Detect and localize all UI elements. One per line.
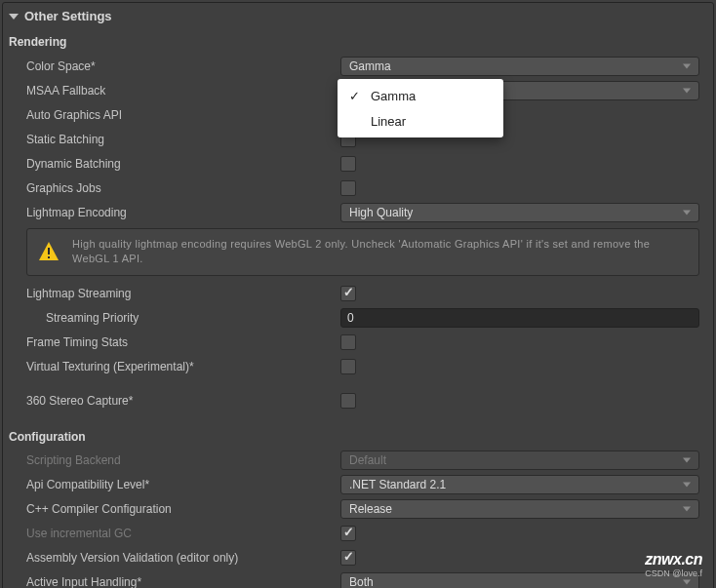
popup-item-label: Linear <box>371 114 406 129</box>
dynamic-batching-checkbox[interactable] <box>340 156 356 172</box>
cpp-compiler-dropdown[interactable]: Release <box>340 499 699 519</box>
virtual-texturing-checkbox[interactable] <box>340 359 356 374</box>
api-compat-dropdown[interactable]: .NET Standard 2.1 <box>340 475 699 494</box>
warning-icon <box>37 240 60 263</box>
color-space-value: Gamma <box>349 59 391 73</box>
static-batching-label: Static Batching <box>26 133 340 146</box>
stereo-capture-label: 360 Stereo Capture* <box>26 394 340 408</box>
popup-item-gamma[interactable]: ✓ Gamma <box>338 83 503 108</box>
auto-graphics-api-label: Auto Graphics API <box>26 108 340 122</box>
cpp-compiler-value: Release <box>349 502 392 516</box>
api-compat-value: .NET Standard 2.1 <box>349 478 446 491</box>
color-space-label: Color Space* <box>26 59 340 73</box>
assembly-validation-checkbox[interactable] <box>340 550 356 566</box>
streaming-priority-input[interactable] <box>340 308 699 328</box>
scripting-backend-value: Default <box>349 453 386 467</box>
color-space-dropdown[interactable]: Gamma <box>340 57 699 76</box>
configuration-heading: Configuration <box>3 425 713 449</box>
msaa-fallback-label: MSAA Fallback <box>26 84 340 98</box>
foldout-arrow-icon <box>9 14 19 20</box>
frame-timing-stats-label: Frame Timing Stats <box>26 335 340 349</box>
scripting-backend-dropdown: Default <box>340 451 699 470</box>
scripting-backend-label: Scripting Backend <box>26 453 340 467</box>
active-input-label: Active Input Handling* <box>26 575 340 588</box>
lightmap-warning: High quality lightmap encoding requires … <box>26 228 699 276</box>
rendering-heading: Rendering <box>3 30 713 54</box>
incremental-gc-checkbox[interactable] <box>340 526 356 541</box>
graphics-jobs-checkbox[interactable] <box>340 180 356 196</box>
color-space-popup: ✓ Gamma Linear <box>338 79 503 137</box>
warning-text: High quality lightmap encoding requires … <box>72 237 689 267</box>
active-input-dropdown[interactable]: Both <box>340 572 699 588</box>
popup-item-label: Gamma <box>371 89 416 103</box>
lightmap-encoding-value: High Quality <box>349 206 413 219</box>
section-header-other-settings[interactable]: Other Settings <box>3 3 713 30</box>
incremental-gc-label: Use incremental GC <box>26 527 340 540</box>
dynamic-batching-label: Dynamic Batching <box>26 157 340 171</box>
lightmap-encoding-dropdown[interactable]: High Quality <box>340 203 699 222</box>
section-title: Other Settings <box>24 9 112 23</box>
check-icon: ✓ <box>349 89 371 103</box>
streaming-priority-label: Streaming Priority <box>46 311 340 325</box>
lightmap-encoding-label: Lightmap Encoding <box>26 206 340 219</box>
popup-item-linear[interactable]: Linear <box>338 108 503 134</box>
svg-rect-1 <box>48 256 50 258</box>
lightmap-streaming-checkbox[interactable] <box>340 286 356 301</box>
virtual-texturing-label: Virtual Texturing (Experimental)* <box>26 360 340 373</box>
lightmap-streaming-label: Lightmap Streaming <box>26 287 340 300</box>
assembly-validation-label: Assembly Version Validation (editor only… <box>26 551 340 565</box>
stereo-capture-checkbox[interactable] <box>340 393 356 409</box>
cpp-compiler-label: C++ Compiler Configuration <box>26 502 340 516</box>
api-compat-label: Api Compatibility Level* <box>26 478 340 491</box>
active-input-value: Both <box>349 575 374 588</box>
graphics-jobs-label: Graphics Jobs <box>26 181 340 195</box>
svg-rect-0 <box>48 248 50 255</box>
frame-timing-stats-checkbox[interactable] <box>340 334 356 350</box>
